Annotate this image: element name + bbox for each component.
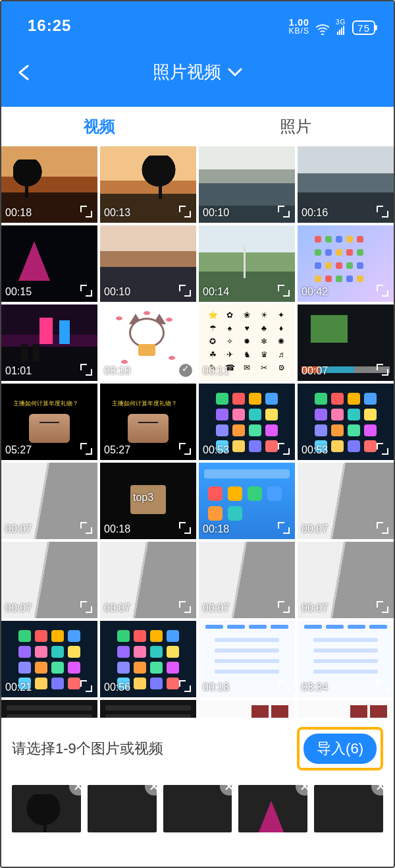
remove-selection-button[interactable]: [296, 785, 307, 796]
video-thumbnail[interactable]: 00:07: [100, 542, 196, 618]
tab-video[interactable]: 视频: [1, 116, 198, 137]
expand-icon: [278, 443, 290, 455]
selected-thumbnail[interactable]: [12, 785, 81, 832]
video-duration: 00:07: [104, 602, 130, 614]
video-duration: 00:53: [203, 444, 229, 456]
expand-icon: [179, 285, 191, 297]
video-duration: 00:15: [5, 286, 32, 298]
selection-hint: 请选择1-9个图片或视频: [12, 739, 163, 759]
expand-icon: [80, 285, 92, 297]
expand-icon: [80, 601, 92, 613]
selection-panel: 请选择1-9个图片或视频 导入(6): [1, 718, 394, 867]
selected-media-row: [12, 785, 383, 832]
video-thumbnail[interactable]: [199, 700, 295, 718]
video-duration: 05:27: [104, 444, 130, 456]
video-thumbnail[interactable]: 主播如何计算年度礼物？05:27: [100, 384, 196, 460]
import-highlight: 导入(6): [297, 727, 383, 770]
expand-icon: [377, 285, 388, 297]
status-indicators: 1.00 KB/S 3G 75: [289, 18, 375, 35]
page-title: 照片视频: [153, 61, 221, 84]
selected-thumbnail[interactable]: [88, 785, 157, 832]
video-duration: 00:18: [104, 523, 130, 535]
status-time: 16:25: [28, 16, 71, 35]
video-thumbnail[interactable]: 00:53: [199, 384, 295, 460]
video-thumbnail[interactable]: 00:10: [199, 146, 295, 223]
remove-selection-button[interactable]: [69, 785, 81, 796]
video-duration: 00:13: [104, 207, 130, 219]
video-duration: 01:01: [5, 365, 32, 377]
video-duration: 00:07: [5, 602, 32, 614]
chevron-down-icon: [228, 68, 242, 77]
video-duration: 00:14: [203, 286, 229, 298]
video-duration: 00:18: [203, 523, 229, 535]
expand-icon: [377, 364, 388, 376]
video-thumbnail[interactable]: 00:18: [199, 621, 295, 697]
video-thumbnail[interactable]: 00:56: [100, 621, 196, 697]
video-thumbnail[interactable]: 00:18top3: [100, 463, 196, 539]
expand-icon: [278, 285, 290, 297]
video-thumbnail[interactable]: 00:14: [199, 225, 295, 302]
video-thumbnail[interactable]: 00:16: [298, 146, 394, 223]
video-duration: 00:10: [104, 286, 130, 298]
video-duration: 00:42: [302, 286, 328, 298]
expand-icon: [80, 206, 92, 217]
expand-icon: [278, 522, 290, 534]
video-thumbnail[interactable]: [298, 700, 394, 718]
nav-row: 照片视频: [1, 38, 394, 107]
video-duration: 00:10: [104, 365, 130, 377]
expand-icon: [377, 522, 388, 534]
network-speed: 1.00 KB/S: [289, 18, 309, 35]
video-thumbnail[interactable]: [100, 700, 196, 718]
import-button[interactable]: 导入(6): [303, 734, 377, 764]
expand-icon: [278, 601, 290, 613]
expand-icon: [278, 680, 290, 692]
expand-icon: [179, 443, 191, 455]
video-thumbnail[interactable]: 00:07: [298, 463, 394, 539]
video-thumbnail[interactable]: 主播如何计算年度礼物？05:27: [1, 384, 97, 460]
remove-selection-button[interactable]: [371, 785, 383, 796]
video-thumbnail[interactable]: 00:10: [100, 225, 196, 302]
video-thumbnail[interactable]: 00:13: [100, 146, 196, 223]
video-thumbnail[interactable]: 00:07: [1, 542, 97, 618]
tab-photo[interactable]: 照片: [198, 116, 394, 137]
expand-icon: [377, 443, 388, 455]
video-thumbnail[interactable]: 00:15: [1, 225, 97, 302]
expand-icon: [179, 522, 191, 534]
selected-thumbnail[interactable]: [238, 785, 307, 832]
video-duration: 03:34: [302, 681, 328, 693]
video-thumbnail[interactable]: 00:21: [1, 621, 97, 697]
video-thumbnail[interactable]: ⭐✿❀☀✦☂♠♥♣♦✪✧✹❄✺☘✈♞♛♬✎☎✉✂⚙00:11: [199, 304, 295, 381]
video-thumbnail[interactable]: 00:07: [298, 542, 394, 618]
video-thumbnail[interactable]: 00:42: [298, 225, 394, 302]
selected-thumbnail[interactable]: [314, 785, 383, 832]
video-duration: 00:07: [203, 602, 229, 614]
video-duration: 00:53: [302, 444, 328, 456]
video-thumbnail[interactable]: 03:34: [298, 621, 394, 697]
video-thumbnail[interactable]: 00:07: [1, 463, 97, 539]
expand-icon: [278, 206, 290, 217]
media-grid-container[interactable]: 00:1800:1300:1000:1600:1500:1000:1400:42…: [1, 146, 394, 718]
video-thumbnail[interactable]: 00:07: [298, 304, 394, 381]
video-thumbnail[interactable]: [1, 700, 97, 718]
remove-selection-button[interactable]: [145, 785, 157, 796]
expand-icon: [80, 443, 92, 455]
selected-thumbnail[interactable]: [163, 785, 232, 832]
expand-icon: [179, 206, 191, 217]
expand-icon: [80, 364, 92, 376]
video-thumbnail[interactable]: 00:07: [199, 542, 295, 618]
video-duration: 00:10: [203, 207, 229, 219]
video-duration: 00:07: [302, 523, 328, 535]
title-dropdown[interactable]: 照片视频: [153, 61, 242, 84]
video-thumbnail[interactable]: 00:18: [199, 463, 295, 539]
media-grid: 00:1800:1300:1000:1600:1500:1000:1400:42…: [1, 146, 394, 718]
video-thumbnail[interactable]: 00:53: [298, 384, 394, 460]
video-thumbnail[interactable]: 00:18: [1, 146, 97, 223]
video-thumbnail[interactable]: 00:10: [100, 304, 196, 381]
wifi-icon: [316, 24, 329, 35]
back-button[interactable]: [17, 65, 32, 80]
video-thumbnail[interactable]: 01:01: [1, 304, 97, 381]
expand-icon: [278, 364, 290, 376]
tab-bar: 视频 照片: [1, 107, 394, 146]
remove-selection-button[interactable]: [220, 785, 232, 796]
expand-icon: [377, 601, 388, 613]
